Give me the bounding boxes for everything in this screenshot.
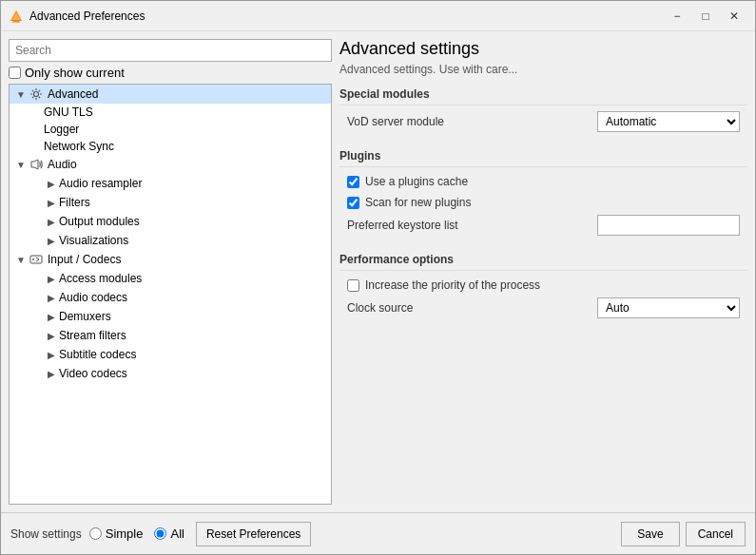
tree-label-input-codecs: Input / Codecs bbox=[48, 253, 121, 266]
increase-priority-checkbox[interactable] bbox=[347, 279, 359, 292]
only-show-current-label: Only show current bbox=[25, 66, 125, 80]
gear-icon bbox=[29, 86, 44, 102]
keystore-row: Preferred keystore list bbox=[339, 215, 747, 236]
tree-item-output-modules[interactable]: ▶ Output modules bbox=[10, 212, 331, 231]
tree-label-audio-resampler: Audio resampler bbox=[59, 177, 142, 190]
special-modules-header: Special modules bbox=[339, 87, 747, 105]
right-panel: Advanced settings Advanced settings. Use… bbox=[339, 39, 747, 505]
tree-item-audio[interactable]: ▼ Audio bbox=[10, 155, 331, 174]
tree-label-audio-codecs: Audio codecs bbox=[59, 291, 127, 304]
vod-server-row: VoD server module Automatic bbox=[339, 111, 747, 132]
vod-server-label: VoD server module bbox=[347, 115, 597, 128]
close-button[interactable]: ✕ bbox=[721, 7, 747, 26]
simple-radio[interactable] bbox=[89, 527, 102, 540]
tree-label-demuxers: Demuxers bbox=[59, 310, 111, 323]
clock-source-select[interactable]: Auto bbox=[597, 297, 740, 318]
special-modules-section: Special modules VoD server module Automa… bbox=[339, 87, 747, 138]
save-button[interactable]: Save bbox=[621, 522, 679, 546]
radio-group: Simple All bbox=[89, 526, 184, 541]
vlc-icon bbox=[9, 9, 24, 24]
vod-server-select[interactable]: Automatic bbox=[597, 111, 740, 132]
right-panel-subtitle: Advanced settings. Use with care... bbox=[339, 63, 747, 76]
reset-preferences-button[interactable]: Reset Preferences bbox=[196, 522, 311, 546]
expand-icon-audio-codecs: ▶ bbox=[44, 290, 59, 305]
all-radio[interactable] bbox=[154, 527, 166, 540]
search-input[interactable] bbox=[9, 39, 332, 62]
maximize-button[interactable]: □ bbox=[692, 7, 719, 26]
tree-item-stream-filters[interactable]: ▶ Stream filters bbox=[10, 326, 331, 345]
tree-label-logger: Logger bbox=[44, 123, 79, 136]
simple-radio-item: Simple bbox=[89, 526, 144, 541]
input-codecs-icon bbox=[29, 252, 44, 267]
tree-label-audio: Audio bbox=[48, 158, 77, 171]
expand-icon-advanced: ▼ bbox=[13, 86, 29, 102]
main-window: Advanced Preferences − □ ✕ Only show cur… bbox=[0, 0, 756, 555]
tree-item-access-modules[interactable]: ▶ Access modules bbox=[10, 269, 331, 288]
tree-label-advanced: Advanced bbox=[48, 87, 98, 101]
tree-label-output-modules: Output modules bbox=[59, 215, 140, 228]
expand-icon-subtitle-codecs: ▶ bbox=[44, 347, 59, 362]
tree-item-subtitle-codecs[interactable]: ▶ Subtitle codecs bbox=[10, 345, 331, 364]
increase-priority-row: Increase the priority of the process bbox=[339, 277, 747, 294]
only-show-current-checkbox[interactable] bbox=[9, 67, 21, 79]
performance-section: Performance options Increase the priorit… bbox=[339, 253, 747, 324]
tree-label-visualizations: Visualizations bbox=[59, 234, 128, 247]
expand-icon-stream-filters: ▶ bbox=[44, 328, 59, 343]
increase-priority-label: Increase the priority of the process bbox=[365, 278, 540, 292]
tree-item-advanced[interactable]: ▼ Advanced bbox=[10, 85, 331, 104]
use-plugins-cache-row: Use a plugins cache bbox=[339, 173, 747, 190]
tree-item-network-sync[interactable]: Network Sync bbox=[10, 138, 331, 155]
tree-item-filters[interactable]: ▶ Filters bbox=[10, 193, 331, 212]
performance-header: Performance options bbox=[339, 253, 747, 271]
tree-label-filters: Filters bbox=[59, 196, 90, 209]
expand-icon-audio-resampler: ▶ bbox=[44, 176, 59, 191]
tree-container[interactable]: ▼ Advanced GNU TLS Logger Ne bbox=[9, 84, 332, 505]
window-controls: − □ ✕ bbox=[664, 7, 747, 26]
svg-point-6 bbox=[32, 258, 34, 260]
plugins-section: Plugins Use a plugins cache Scan for new… bbox=[339, 149, 747, 241]
expand-icon-audio: ▼ bbox=[13, 157, 29, 172]
expand-icon-visualizations: ▶ bbox=[44, 233, 59, 248]
tree-item-gnu-tls[interactable]: GNU TLS bbox=[10, 104, 331, 121]
svg-point-4 bbox=[34, 92, 39, 97]
clock-source-row: Clock source Auto bbox=[339, 297, 747, 318]
tree-label-gnu-tls: GNU TLS bbox=[44, 105, 93, 119]
keystore-label: Preferred keystore list bbox=[347, 219, 597, 232]
cancel-button[interactable]: Cancel bbox=[686, 522, 746, 546]
tree-label-stream-filters: Stream filters bbox=[59, 329, 126, 342]
all-label: All bbox=[170, 526, 184, 541]
tree-label-access-modules: Access modules bbox=[59, 272, 142, 285]
tree-item-audio-codecs[interactable]: ▶ Audio codecs bbox=[10, 288, 331, 307]
keystore-input[interactable] bbox=[597, 215, 740, 236]
tree-item-video-codecs[interactable]: ▶ Video codecs bbox=[10, 364, 331, 383]
tree-label-video-codecs: Video codecs bbox=[59, 367, 127, 380]
title-bar: Advanced Preferences − □ ✕ bbox=[1, 1, 755, 31]
left-panel: Only show current ▼ Advanced GNU TLS bbox=[9, 39, 332, 505]
tree-item-visualizations[interactable]: ▶ Visualizations bbox=[10, 231, 331, 250]
plugins-header: Plugins bbox=[339, 149, 747, 167]
all-radio-item: All bbox=[154, 526, 184, 541]
simple-label: Simple bbox=[106, 526, 144, 541]
expand-icon-input-codecs: ▼ bbox=[13, 252, 29, 267]
tree-item-demuxers[interactable]: ▶ Demuxers bbox=[10, 307, 331, 326]
tree-label-network-sync: Network Sync bbox=[44, 140, 114, 153]
expand-icon-access-modules: ▶ bbox=[44, 271, 59, 286]
scan-new-plugins-checkbox[interactable] bbox=[347, 197, 359, 209]
use-plugins-cache-label: Use a plugins cache bbox=[365, 175, 468, 188]
svg-rect-3 bbox=[12, 21, 20, 22]
minimize-button[interactable]: − bbox=[664, 7, 690, 26]
expand-icon-demuxers: ▶ bbox=[44, 309, 59, 324]
show-settings-label: Show settings bbox=[10, 527, 82, 541]
use-plugins-cache-checkbox[interactable] bbox=[347, 176, 359, 188]
expand-icon-video-codecs: ▶ bbox=[44, 366, 59, 381]
clock-source-label: Clock source bbox=[347, 301, 597, 315]
bottom-bar: Show settings Simple All Reset Preferenc… bbox=[1, 512, 755, 554]
scan-new-plugins-row: Scan for new plugins bbox=[339, 194, 747, 211]
svg-rect-5 bbox=[30, 256, 42, 263]
tree-item-logger[interactable]: Logger bbox=[10, 121, 331, 138]
tree-item-audio-resampler[interactable]: ▶ Audio resampler bbox=[10, 174, 331, 193]
window-title: Advanced Preferences bbox=[29, 10, 664, 23]
only-show-current-row: Only show current bbox=[9, 66, 332, 80]
audio-icon bbox=[29, 157, 44, 172]
tree-item-input-codecs[interactable]: ▼ Input / Codecs bbox=[10, 250, 331, 269]
